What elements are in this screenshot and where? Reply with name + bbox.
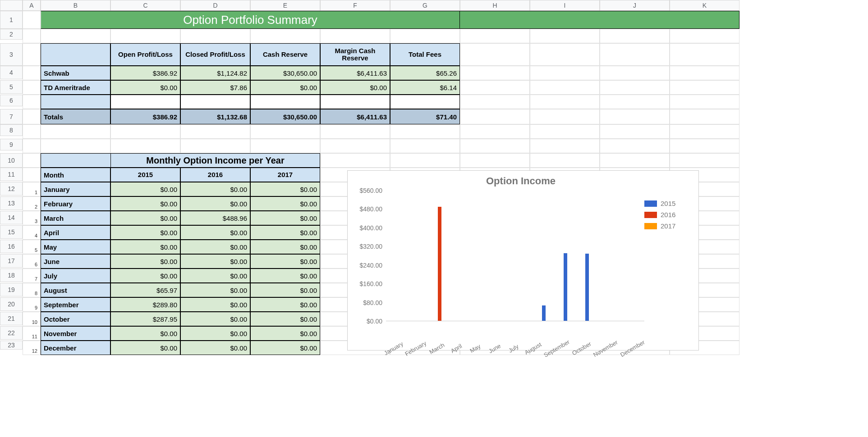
cell[interactable] [600,153,670,168]
cell[interactable] [600,95,670,109]
cell[interactable] [23,43,41,66]
col-header-D[interactable]: D [180,0,250,11]
cell[interactable] [670,139,739,153]
row-header-8[interactable]: 8 [0,124,23,136]
cell[interactable] [23,80,41,95]
cell[interactable] [600,80,670,95]
cell[interactable] [670,66,739,80]
cell[interactable] [530,29,600,43]
cell[interactable] [390,153,460,168]
cell[interactable] [600,43,670,66]
row-header-12[interactable]: 12 [0,182,23,196]
cell[interactable] [670,124,739,139]
cell[interactable] [41,29,110,43]
row-header-4[interactable]: 4 [0,66,23,79]
cell[interactable] [530,95,600,109]
cell[interactable] [460,66,530,80]
row-header-14[interactable]: 14 [0,211,23,224]
cell[interactable] [460,124,530,139]
cell[interactable] [530,80,600,95]
cell[interactable] [530,43,600,66]
cell[interactable] [530,66,600,80]
cell[interactable] [180,124,250,139]
cell[interactable] [41,139,110,153]
cell[interactable] [320,95,390,109]
row-header-13[interactable]: 13 [0,196,23,210]
cell[interactable] [23,95,41,109]
cell[interactable] [180,29,250,43]
cell[interactable] [460,80,530,95]
col-header-A[interactable]: A [23,0,41,11]
row-header-2[interactable]: 2 [0,29,23,40]
cell[interactable] [460,95,530,109]
row-header-7[interactable]: 7 [0,109,23,124]
row-header-22[interactable]: 22 [0,326,23,340]
cell[interactable] [250,29,320,43]
row-header-21[interactable]: 21 [0,312,23,325]
cell[interactable] [180,139,250,153]
cell[interactable] [110,29,180,43]
cell[interactable] [460,29,530,43]
cell[interactable] [530,124,600,139]
cell[interactable] [110,95,180,109]
col-header-G[interactable]: G [390,0,460,11]
cell[interactable] [320,153,390,168]
col-header-C[interactable]: C [110,0,180,11]
cell[interactable] [460,153,530,168]
cell[interactable] [390,95,460,109]
cell[interactable] [670,29,739,43]
row-header-17[interactable]: 17 [0,254,23,268]
row-header-9[interactable]: 9 [0,139,23,150]
cell[interactable] [670,43,739,66]
col-header-E[interactable]: E [250,0,320,11]
col-header-F[interactable]: F [320,0,390,11]
row-header-18[interactable]: 18 [0,269,23,282]
col-header-B[interactable]: B [41,0,110,11]
col-header-H[interactable]: H [460,0,530,11]
cell[interactable] [23,139,41,153]
cell[interactable] [23,124,41,139]
cell[interactable] [250,95,320,109]
cell[interactable] [23,168,41,182]
cell[interactable] [110,124,180,139]
cell[interactable] [23,153,41,168]
cell[interactable] [23,29,41,43]
cell[interactable] [670,80,739,95]
cell[interactable] [390,124,460,139]
cell[interactable] [670,153,739,168]
cell[interactable] [530,109,600,124]
cell[interactable] [250,124,320,139]
cell[interactable] [600,29,670,43]
row-header-11[interactable]: 11 [0,168,23,181]
row-header-15[interactable]: 15 [0,225,23,239]
cell[interactable] [23,109,41,124]
cell[interactable] [600,109,670,124]
chart-option-income[interactable]: Option Income $0.00$80.00$160.00$240.00$… [347,170,699,351]
cell[interactable] [600,139,670,153]
row-header-23[interactable]: 23 [0,341,23,350]
cell[interactable] [600,66,670,80]
cell[interactable] [320,139,390,153]
cell[interactable] [530,153,600,168]
row-header-1[interactable]: 1 [0,11,23,29]
row-header-19[interactable]: 19 [0,283,23,296]
cell[interactable] [110,139,180,153]
cell[interactable] [390,29,460,43]
cell[interactable] [530,139,600,153]
cell[interactable] [23,66,41,80]
cell[interactable] [23,11,41,29]
cell[interactable] [250,139,320,153]
col-header-I[interactable]: I [530,0,600,11]
cell[interactable] [180,95,250,109]
row-header-10[interactable]: 10 [0,153,23,168]
corner-cell[interactable] [0,0,23,11]
cell[interactable] [390,139,460,153]
col-header-K[interactable]: K [670,0,739,11]
cell[interactable] [670,95,739,109]
row-header-16[interactable]: 16 [0,240,23,253]
row-header-3[interactable]: 3 [0,43,23,66]
cell[interactable] [670,109,739,124]
row-header-5[interactable]: 5 [0,80,23,94]
cell[interactable] [460,139,530,153]
cell[interactable] [460,109,530,124]
